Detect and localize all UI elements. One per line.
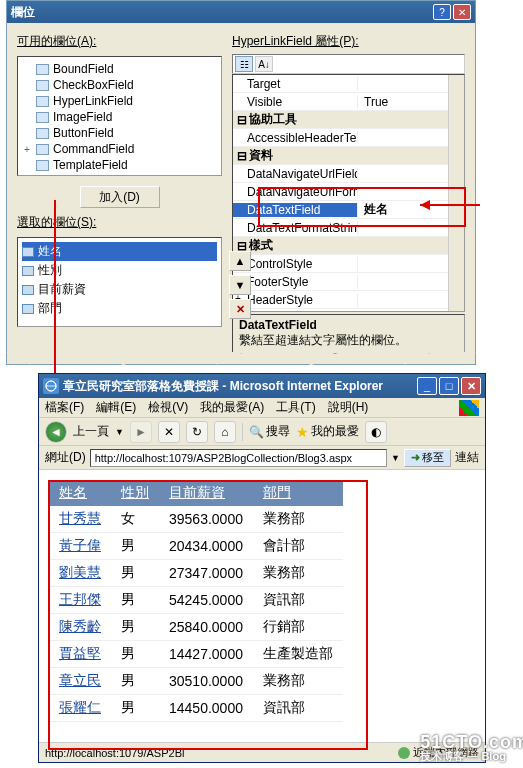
history-button[interactable]: ◐ [365,421,387,443]
name-link[interactable]: 張耀仁 [49,695,111,722]
address-input[interactable] [90,449,387,467]
column-header[interactable]: 性別 [111,480,159,506]
menu-item[interactable]: 工具(T) [276,399,315,416]
home-button[interactable]: ⌂ [214,421,236,443]
tree-item[interactable]: TemplateField [22,157,217,173]
property-row[interactable]: ⊟協助工具 [233,111,464,129]
selected-fields-list[interactable]: 姓名性別目前薪資部門 [17,237,222,327]
name-link[interactable]: 賈益堅 [49,641,111,668]
address-label: 網址(D) [45,449,86,466]
name-link[interactable]: 劉美慧 [49,560,111,587]
properties-label: HyperLinkField 屬性(P): [232,33,465,50]
menu-item[interactable]: 我的最愛(A) [200,399,264,416]
property-grid[interactable]: TargetVisibleTrue⊟協助工具AccessibleHeaderTe… [232,74,465,312]
maximize-button[interactable]: □ [439,377,459,395]
tree-item[interactable]: ImageField [22,109,217,125]
name-link[interactable]: 章立民 [49,668,111,695]
property-row[interactable]: +ControlStyle [233,255,464,273]
menu-item[interactable]: 說明(H) [328,399,369,416]
column-header[interactable]: 目前薪資 [159,480,253,506]
selected-item[interactable]: 部門 [22,299,217,318]
close-button[interactable]: ✕ [453,4,471,20]
browser-close-button[interactable]: ✕ [461,377,481,395]
refresh-button[interactable]: ↻ [186,421,208,443]
categorized-button[interactable]: ☷ [235,56,253,72]
menu-item[interactable]: 檢視(V) [148,399,188,416]
add-button[interactable]: 加入(D) [80,186,160,208]
tree-item[interactable]: +CommandField [22,141,217,157]
available-fields-tree[interactable]: BoundFieldCheckBoxFieldHyperLinkFieldIma… [17,56,222,176]
property-row[interactable]: DataTextFormatString [233,219,464,237]
table-cell: 25840.0000 [159,614,253,641]
column-header[interactable]: 姓名 [49,480,111,506]
property-row[interactable]: ⊟資料 [233,147,464,165]
go-arrow-icon: ➜ [411,451,420,464]
menu-item[interactable]: 編輯(E) [96,399,136,416]
propdesc-text: 繫結至超連結文字屬性的欄位。 [239,332,458,349]
selected-item[interactable]: 性別 [22,261,217,280]
tree-item[interactable]: CheckBoxField [22,77,217,93]
property-row[interactable]: Target [233,75,464,93]
table-cell: 生產製造部 [253,641,343,668]
table-cell: 業務部 [253,506,343,533]
selected-item[interactable]: 姓名 [22,242,217,261]
stop-button[interactable]: ✕ [158,421,180,443]
address-bar: 網址(D) ▼ ➜移至 連結 [39,446,485,470]
address-dropdown-icon[interactable]: ▼ [391,453,400,463]
table-cell: 男 [111,587,159,614]
property-row[interactable]: DataNavigateUrlForm [233,183,464,201]
table-cell: 男 [111,668,159,695]
menu-item[interactable]: 檔案(F) [45,399,84,416]
browser-title: 章立民研究室部落格免費授課 - Microsoft Internet Explo… [63,378,417,395]
field-icon [36,144,49,155]
table-cell: 業務部 [253,560,343,587]
forward-button[interactable]: ► [130,421,152,443]
name-link[interactable]: 陳秀齡 [49,614,111,641]
name-link[interactable]: 黃子偉 [49,533,111,560]
name-link[interactable]: 甘秀慧 [49,506,111,533]
table-row: 黃子偉男20434.0000會計部 [49,533,343,560]
dialog-titlebar: 欄位 ? ✕ [7,1,475,23]
alphabetical-button[interactable]: A↓ [255,56,273,72]
favorites-button[interactable]: ★ 我的最愛 [296,423,359,440]
move-up-button[interactable]: ▲ [229,251,251,271]
back-button[interactable]: ◄ [45,421,67,443]
search-button[interactable]: 🔍 搜尋 [249,423,290,440]
table-cell: 14427.0000 [159,641,253,668]
tree-item[interactable]: BoundField [22,61,217,77]
property-row[interactable]: +FooterStyle [233,273,464,291]
propdesc-title: DataTextField [239,318,458,332]
browser-menubar: 檔案(F)編輯(E)檢視(V)我的最愛(A)工具(T)說明(H) [39,398,485,418]
table-cell: 男 [111,695,159,722]
name-link[interactable]: 王邦傑 [49,587,111,614]
minimize-button[interactable]: _ [417,377,437,395]
tree-item[interactable]: ButtonField [22,125,217,141]
table-cell: 男 [111,614,159,641]
delete-button[interactable]: ✕ [229,299,251,319]
field-icon [22,266,34,276]
table-cell: 行銷部 [253,614,343,641]
property-row[interactable]: AccessibleHeaderText [233,129,464,147]
tree-item[interactable]: HyperLinkField [22,93,217,109]
property-row[interactable]: VisibleTrue [233,93,464,111]
table-cell: 資訊部 [253,587,343,614]
selected-item[interactable]: 目前薪資 [22,280,217,299]
column-header[interactable]: 部門 [253,480,343,506]
table-cell: 女 [111,506,159,533]
links-label[interactable]: 連結 [455,449,479,466]
property-row[interactable]: +ItemStyle [233,309,464,312]
propgrid-scrollbar[interactable] [448,75,464,311]
property-row[interactable]: DataTextField姓名 [233,201,464,219]
property-row[interactable]: DataNavigateUrlField [233,165,464,183]
field-icon [36,80,49,91]
property-row[interactable]: +HeaderStyle [233,291,464,309]
back-dropdown-icon[interactable]: ▼ [115,427,124,437]
help-button[interactable]: ? [433,4,451,20]
move-down-button[interactable]: ▼ [229,275,251,295]
property-row[interactable]: ⊟樣式 [233,237,464,255]
dialog-title: 欄位 [11,4,431,21]
table-cell: 業務部 [253,668,343,695]
field-icon [22,285,34,295]
table-cell: 男 [111,641,159,668]
go-button[interactable]: ➜移至 [404,449,451,467]
